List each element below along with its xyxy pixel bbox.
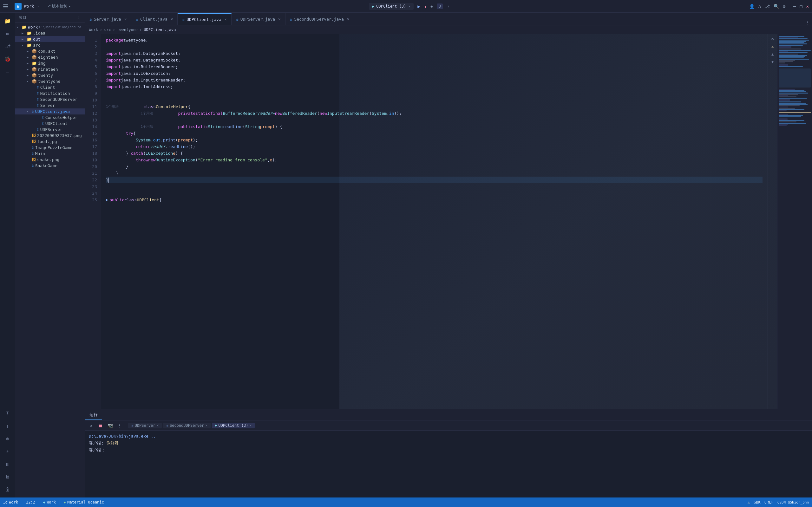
activity-extensions[interactable]: ≡ — [2, 66, 13, 77]
project-dropdown[interactable]: ▾ — [37, 4, 39, 8]
tree-item-eighteen[interactable]: ▶ 📦 eighteen — [15, 54, 85, 60]
tree-item-twenty[interactable]: ▶ 📦 twenty — [15, 72, 85, 78]
tree-item-nineteen[interactable]: ▶ 📦 nineteen — [15, 66, 85, 72]
tree-item-udpclient-file[interactable]: ▾ ☕ UDPClient.java — [15, 108, 85, 114]
more-run-options[interactable]: ⋮ — [447, 4, 451, 9]
settings-icon[interactable]: ⚙ — [783, 4, 786, 9]
breadcrumb-sep1: › — [100, 27, 102, 32]
search-icon[interactable]: 🔍 — [774, 4, 779, 9]
git-icon[interactable]: ⎇ — [765, 4, 770, 9]
tree-item-work[interactable]: ▾ 📁 Work C:\Users\Shion\IdeaPro — [15, 24, 85, 30]
tab-extra-menu[interactable]: ⋮ — [805, 20, 809, 25]
run-tab-secondudp[interactable]: ☕ SecondUDPServer ✕ — [163, 422, 211, 428]
status-warnings[interactable]: ⚠ — [748, 500, 750, 504]
run-config[interactable]: ▶ UDPClient (3) ▾ — [369, 3, 414, 10]
sidebar-header: 项目 ⋮ — [15, 13, 85, 23]
activity-bottom6[interactable]: 🖥 — [2, 471, 13, 482]
tree-item-snakegame[interactable]: ▶ © SnakeGame — [15, 163, 85, 169]
breadcrumb-work[interactable]: Work — [89, 27, 98, 32]
tab-udpclient[interactable]: ☕ UDPClient.java ✕ — [178, 13, 231, 25]
tab-close-client[interactable]: ✕ — [171, 17, 173, 21]
status-line-ending[interactable]: CRLF — [764, 500, 774, 504]
version-control-label: ⎇ 版本控制 ▾ — [47, 3, 71, 9]
run-tab-udpclient3-close[interactable]: ✕ — [249, 423, 252, 428]
breadcrumb-twentyone[interactable]: twentyone — [117, 27, 138, 32]
terminal-output[interactable]: D:\Java\JDK\bin\java.exe ... 客户端: 你好呀 客户… — [85, 431, 812, 498]
run-tab-udpserver-close[interactable]: ✕ — [157, 423, 159, 428]
coverage-button[interactable]: ◈ — [430, 4, 433, 9]
tree-item-idea[interactable]: ▶ 📁 .idea — [15, 30, 85, 36]
tree-item-server[interactable]: ▶ © Server — [15, 102, 85, 108]
run-config-dropdown[interactable]: ▾ — [409, 4, 411, 8]
code-editor[interactable]: package twentyone; import java.net.Datag… — [101, 34, 768, 409]
breadcrumb-src[interactable]: src — [104, 27, 111, 32]
activity-bottom5[interactable]: ◧ — [2, 458, 13, 469]
tree-item-img[interactable]: ▶ 📁 img — [15, 60, 85, 66]
activity-bottom1[interactable]: T — [2, 407, 13, 419]
activity-debug[interactable]: 🐞 — [2, 53, 13, 65]
close-button[interactable]: ✕ — [806, 4, 809, 9]
tab-close-udpserver[interactable]: ✕ — [278, 17, 280, 21]
bottom-tab-run[interactable]: 运行 — [85, 410, 102, 420]
status-sep3 — [60, 500, 60, 504]
tree-item-udpclient-class[interactable]: ▶ © UDPClient — [15, 120, 85, 126]
activity-bottom4[interactable]: ⚡ — [2, 446, 13, 457]
tree-item-udpserver[interactable]: ▶ © UDPServer — [15, 126, 85, 132]
activity-explorer[interactable]: 📁 — [2, 15, 13, 26]
run-tab-udpclient3[interactable]: ▶ UDPClient (3) ✕ — [212, 422, 255, 428]
tree-item-comsxt[interactable]: ▶ 📦 com.sxt — [15, 48, 85, 54]
tree-item-consolehelper[interactable]: ▶ © ConsoleHelper — [15, 114, 85, 120]
tab-close-udpclient[interactable]: ✕ — [225, 17, 227, 21]
bottom-snapshot[interactable]: 📷 — [107, 422, 114, 429]
profile-button[interactable]: 3 — [437, 3, 443, 9]
run-tab-secondudp-close[interactable]: ✕ — [205, 423, 207, 428]
tab-client[interactable]: ☕ Client.java ✕ — [131, 13, 178, 25]
menu-icon[interactable] — [3, 3, 9, 9]
tree-item-png[interactable]: ▶ 🖼 20220909223037.png — [15, 132, 85, 138]
user-icon[interactable]: 👤 — [749, 4, 755, 9]
tree-item-twentyone[interactable]: ▾ 📦 twentyone — [15, 78, 85, 84]
activity-git[interactable]: ⎇ — [2, 41, 13, 52]
translate-icon[interactable]: A — [758, 4, 761, 9]
run-button[interactable]: ▶ — [418, 4, 420, 9]
status-git[interactable]: ⎇ Work — [3, 500, 18, 504]
status-encoding[interactable]: GBK — [754, 500, 761, 504]
debug-button[interactable]: ⬥ — [424, 4, 427, 9]
gutter-up-arrow[interactable]: ▲ — [769, 51, 776, 58]
bottom-restart[interactable]: ↺ — [88, 422, 95, 429]
run-tab-udpserver[interactable]: ☕ UDPServer ✕ — [128, 422, 162, 428]
tab-secondudp[interactable]: ☕ SecondUDPServer.java ✕ — [285, 13, 354, 25]
term-prompt-3: 客户端： — [89, 448, 105, 452]
gutter-down-arrow[interactable]: ▼ — [769, 58, 776, 65]
activity-bottom3[interactable]: ⊕ — [2, 433, 13, 444]
bottom-stop[interactable]: ■ — [97, 422, 104, 429]
bottom-more[interactable]: ⋮ — [116, 422, 123, 429]
tree-item-main[interactable]: ▶ © Main — [15, 151, 85, 157]
tab-close-secondudp[interactable]: ✕ — [347, 17, 349, 21]
status-position: 22:2 — [26, 500, 35, 504]
maximize-button[interactable]: □ — [800, 4, 802, 9]
activity-bottom7[interactable]: 🗑 — [2, 484, 13, 495]
code-line-13 — [106, 117, 762, 123]
run-tab-list: ☕ UDPServer ✕ ☕ SecondUDPServer ✕ ▶ UDPC… — [128, 422, 255, 428]
activity-bottom2[interactable]: ↓ — [2, 420, 13, 432]
breadcrumb-sep2: › — [113, 27, 115, 32]
tree-item-food[interactable]: ▶ 🖼 food.jpg — [15, 138, 85, 145]
activity-search[interactable]: ⊞ — [2, 28, 13, 39]
tree-item-imagepuzzle[interactable]: ▶ © ImagePuzzleGame — [15, 145, 85, 151]
tree-item-notification[interactable]: ▶ © Notification — [15, 90, 85, 96]
tree-item-client[interactable]: ▶ © Client — [15, 84, 85, 90]
code-line-17: return reader.readLine(); — [106, 143, 762, 150]
project-name: Work — [24, 4, 34, 9]
gutter-eye[interactable]: 👁 — [769, 36, 776, 43]
tree-item-snake-png[interactable]: ▶ 🖼 snake.png — [15, 157, 85, 163]
tab-close-server[interactable]: ✕ — [124, 17, 126, 21]
minimize-button[interactable]: ─ — [793, 4, 796, 9]
tab-server[interactable]: ☕ Server.java ✕ — [85, 13, 131, 25]
tree-item-secondudpserver[interactable]: ▶ © SecondUDPServer — [15, 96, 85, 102]
tree-item-out[interactable]: ▶ 📁 out — [15, 36, 85, 42]
tree-item-src[interactable]: ▾ 📁 src — [15, 42, 85, 48]
breadcrumb-file[interactable]: UDPClient.java — [144, 27, 176, 32]
tab-udpserver[interactable]: ☕ UDPServer.java ✕ — [231, 13, 285, 25]
code-line-4: import java.net.DatagramSocket; — [106, 57, 762, 63]
